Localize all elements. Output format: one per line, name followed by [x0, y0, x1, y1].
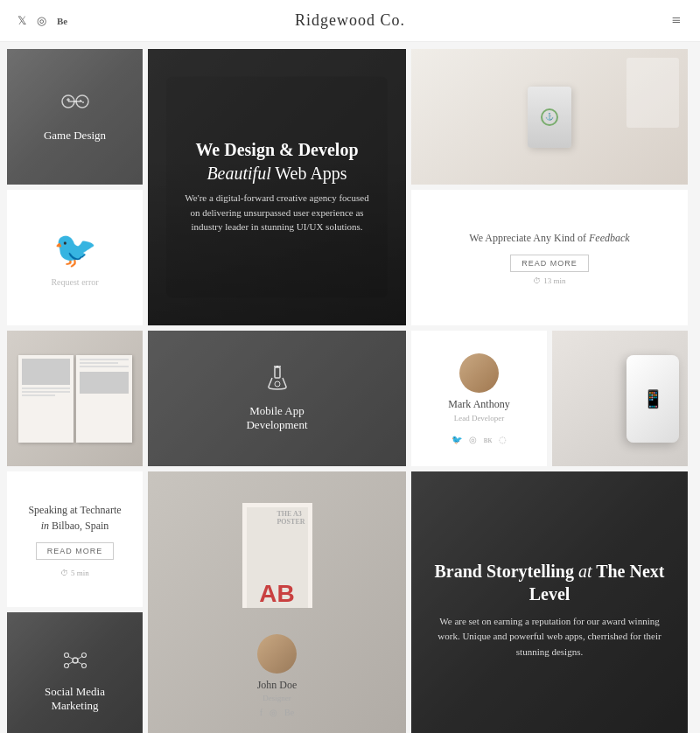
behance-header-icon[interactable]: Be	[57, 16, 67, 26]
hamburger-menu-icon[interactable]: ≡	[672, 11, 682, 30]
fb-sm-icon[interactable]: f	[260, 708, 262, 717]
brand-story-title: Brand Storytelling at The Next Level	[433, 560, 666, 605]
hero-title-plain: We Design & Develop	[181, 140, 374, 160]
speaking-tile[interactable]: Speaking at Technarte in Bilbao, Spain R…	[7, 471, 143, 607]
speaking-time: 5 min	[71, 569, 89, 577]
svg-point-12	[64, 653, 68, 657]
speaking-time-badge: ⏱ 5 min	[60, 569, 89, 577]
hero-description: We're a digital-forward creative agency …	[181, 191, 374, 234]
poster-content: AB THE A3POSTER John Doe Designer f ◎ Be	[242, 503, 312, 717]
john-doe-social-icons: f ◎ Be	[257, 708, 298, 717]
whatsapp-sm-icon[interactable]: ◌	[499, 435, 507, 444]
svg-line-17	[77, 656, 82, 659]
social-media-label: Social Media Marketing	[45, 685, 105, 713]
clock-icon-2: ⏱	[60, 569, 68, 577]
svg-rect-7	[275, 367, 280, 378]
mobile-app-tile[interactable]: Mobile App Development	[148, 331, 406, 466]
mark-anthony-name: Mark Anthony	[448, 398, 509, 411]
feedback-tile[interactable]: We Appreciate Any Kind of Feedback READ …	[411, 190, 688, 325]
social-media-icon	[61, 648, 89, 678]
svg-point-13	[81, 653, 86, 657]
mobile-app-title: Mobile App Development	[246, 404, 307, 432]
product-image: ⚓	[528, 87, 571, 148]
svg-line-19	[77, 661, 82, 664]
game-design-tile[interactable]: Game Design	[7, 49, 143, 185]
brand-story-description: We are set on earning a reputation for o…	[433, 614, 666, 660]
svg-point-15	[81, 663, 86, 667]
john-doe-name: John Doe	[257, 679, 298, 692]
hero-tile: We Design & Develop Beautiful Web Apps W…	[148, 49, 406, 325]
feedback-time: 13 min	[543, 276, 565, 285]
clock-icon: ⏱	[533, 276, 541, 285]
mark-anthony-avatar	[459, 353, 499, 393]
john-doe-section: John Doe Designer f ◎ Be	[257, 634, 298, 717]
speaking-read-more-button[interactable]: READ MORE	[36, 542, 115, 560]
phone-in-hand: 📱	[626, 355, 679, 443]
product-tile: ⚓	[411, 49, 688, 185]
john-doe-avatar	[257, 634, 297, 674]
feedback-read-more-button[interactable]: READ MORE	[510, 255, 589, 272]
hero-title-combined: Beautiful Web Apps	[181, 164, 374, 184]
svg-line-18	[68, 661, 74, 664]
header-social-links: 𝕏 ◎ Be	[18, 14, 67, 28]
svg-point-8	[275, 381, 280, 387]
svg-line-16	[68, 656, 74, 659]
flask-icon	[265, 366, 290, 397]
mark-anthony-tile: Mark Anthony Lead Developer 🐦 ◎ вк ◌	[411, 331, 547, 466]
site-logo: Ridgewood Co.	[295, 11, 405, 30]
hero-title-suffix: Web Apps	[275, 164, 346, 183]
mark-anthony-role: Lead Developer	[454, 414, 505, 422]
instagram-header-icon[interactable]: ◎	[37, 14, 46, 28]
ig-sm-icon[interactable]: ◎	[270, 708, 277, 717]
main-grid: Game Design We Design & Develop Beautifu…	[0, 42, 700, 733]
speaking-title: Speaking at Technarte in Bilbao, Spain	[28, 502, 121, 534]
mark-anthony-social-icons: 🐦 ◎ вк ◌	[452, 435, 508, 444]
poster-ab-text: AB	[259, 580, 294, 608]
twitter-error-tile: 🐦 Request error	[7, 190, 143, 325]
magazine-tile	[7, 331, 143, 466]
product-logo-icon: ⚓	[541, 108, 558, 126]
john-doe-role: Designer	[257, 694, 298, 702]
social-media-tile[interactable]: Social Media Marketing	[7, 612, 143, 733]
instagram-sm-icon[interactable]: ◎	[469, 435, 477, 444]
twitter-large-icon: 🐦	[53, 229, 97, 270]
svg-point-6	[82, 101, 84, 103]
twitter-sm-icon[interactable]: 🐦	[452, 435, 462, 444]
svg-point-11	[73, 658, 78, 663]
game-design-label: Game Design	[44, 129, 106, 143]
hero-title-italic: Beautiful	[206, 164, 270, 183]
twitter-header-icon[interactable]: 𝕏	[18, 14, 26, 28]
poster-tile: AB THE A3POSTER John Doe Designer f ◎ Be	[148, 471, 406, 733]
brand-story-tile: Brand Storytelling at The Next Level We …	[411, 471, 688, 733]
feedback-time-badge: ⏱ 13 min	[533, 276, 565, 285]
phone-tile: 📱	[552, 331, 688, 466]
game-controller-icon	[61, 92, 89, 116]
svg-point-14	[64, 663, 68, 667]
svg-point-5	[80, 100, 81, 101]
be-sm-icon[interactable]: Be	[284, 708, 294, 717]
magazine-spread	[18, 355, 132, 443]
request-error-label: Request error	[51, 277, 98, 287]
poster-image: AB THE A3POSTER	[242, 503, 312, 608]
header: 𝕏 ◎ Be Ridgewood Co. ≡	[0, 0, 700, 42]
feedback-title: We Appreciate Any Kind of Feedback	[469, 230, 629, 246]
vk-sm-icon[interactable]: вк	[484, 435, 493, 444]
